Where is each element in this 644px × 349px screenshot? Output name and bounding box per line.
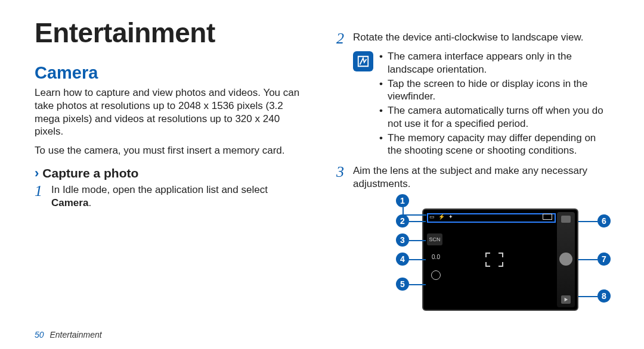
- step-body: In Idle mode, open the application list …: [51, 183, 308, 210]
- callout-3: 3: [396, 233, 409, 247]
- step1-bold: Camera: [51, 197, 88, 208]
- callout-7: 7: [597, 253, 611, 266]
- page-content: Entertainment Camera Learn how to captur…: [0, 0, 644, 331]
- chevron-icon: ›: [35, 166, 39, 181]
- note-item: Tap the screen to hide or display icons …: [379, 77, 609, 104]
- chapter-title: Entertainment: [35, 17, 308, 49]
- callout-leader: [409, 240, 426, 241]
- flash-icon: ⚡: [438, 214, 445, 220]
- camera-switch-icon: [561, 216, 571, 223]
- callout-8: 8: [597, 289, 611, 303]
- step-number: 3: [336, 164, 353, 180]
- gallery-play-icon: [561, 295, 571, 304]
- intro-paragraph-1: Learn how to capture and view photos and…: [35, 86, 308, 138]
- left-column: Entertainment Camera Learn how to captur…: [35, 17, 308, 319]
- page-footer: 50 Entertainment: [35, 330, 102, 339]
- subheading-text: Capture a photo: [42, 166, 138, 180]
- callout-leader: [578, 296, 597, 297]
- ev-label: 0.0: [427, 251, 445, 263]
- section-title-camera: Camera: [35, 63, 308, 83]
- callout-4: 4: [396, 253, 409, 266]
- callout-leader: [409, 259, 426, 260]
- viewfinder-top-icons: ▭ ⚡ ✦: [429, 214, 453, 220]
- settings-gear-icon: [427, 269, 445, 281]
- page-number: 50: [35, 330, 44, 339]
- step1-post: .: [88, 197, 91, 208]
- viewfinder-left-controls: SCN 0.0: [427, 233, 445, 281]
- focus-brackets-icon: [485, 253, 503, 267]
- callout-leader: [409, 221, 426, 222]
- step-1: 1 In Idle mode, open the application lis…: [35, 183, 308, 210]
- note-item: The camera automatically turns off when …: [379, 104, 609, 130]
- note-block: The camera interface appears only in the…: [353, 50, 609, 158]
- battery-icon: [543, 214, 552, 220]
- mode-icon: ✦: [448, 214, 453, 220]
- callout-leader: [409, 284, 426, 285]
- step1-pre: In Idle mode, open the application list …: [51, 184, 268, 195]
- svg-marker-0: [565, 297, 568, 301]
- scene-mode-label: SCN: [427, 233, 442, 245]
- step-number: 2: [336, 31, 353, 46]
- viewfinder-diagram: ▭ ⚡ ✦ SCN 0.0: [384, 194, 623, 319]
- callout-leader: [578, 259, 597, 260]
- note-icon: [353, 51, 373, 71]
- callout-leader: [578, 221, 597, 222]
- callout-2: 2: [396, 214, 409, 228]
- note-item: The camera interface appears only in the…: [379, 50, 609, 76]
- callout-leader: [402, 207, 404, 214]
- storage-icon: ▭: [429, 214, 435, 220]
- callout-6: 6: [597, 214, 611, 228]
- note-list: The camera interface appears only in the…: [379, 50, 609, 158]
- subheading-capture-photo: › Capture a photo: [35, 166, 308, 181]
- intro-paragraph-2: To use the camera, you must first insert…: [35, 144, 308, 157]
- step-body: Rotate the device anti-clockwise to land…: [353, 31, 609, 44]
- step-2: 2 Rotate the device anti-clockwise to la…: [336, 31, 609, 46]
- step-number: 1: [35, 183, 51, 199]
- callout-5: 5: [396, 278, 409, 291]
- note-item: The memory capacity may differ depending…: [379, 132, 609, 158]
- step-body: Aim the lens at the subject and make any…: [353, 164, 609, 191]
- viewfinder-right-controls: [557, 212, 575, 307]
- step-3: 3 Aim the lens at the subject and make a…: [336, 164, 609, 191]
- viewfinder-screen: ▭ ⚡ ✦ SCN 0.0: [422, 208, 578, 311]
- callout-1: 1: [396, 194, 409, 207]
- right-column: 2 Rotate the device anti-clockwise to la…: [336, 17, 609, 319]
- footer-label: Entertainment: [49, 330, 101, 339]
- shutter-button-icon: [559, 253, 572, 266]
